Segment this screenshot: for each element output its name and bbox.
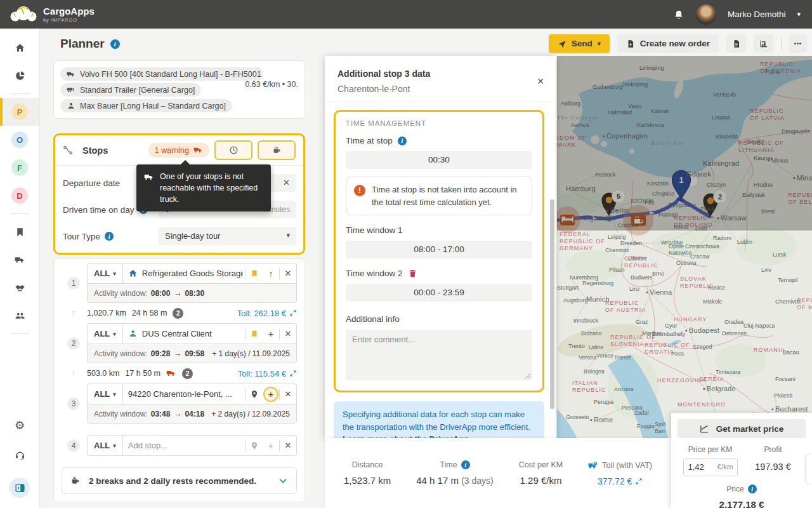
stop-filter-dropdown[interactable]: ALL▾ bbox=[88, 269, 122, 278]
breaks-recommendation[interactable]: 2 breaks and 2 daily rests recommended. bbox=[62, 467, 297, 494]
sidebar-item-support[interactable] bbox=[0, 441, 39, 469]
bookmark-button[interactable] bbox=[246, 269, 263, 278]
svg-text:Munich: Munich bbox=[586, 295, 610, 303]
unreachable-truck-icon bbox=[166, 368, 176, 378]
panel-edge-handle[interactable] bbox=[806, 455, 812, 484]
sidebar-item-drivers[interactable]: D bbox=[0, 182, 39, 210]
add-stop-data-button[interactable]: + bbox=[263, 328, 279, 339]
svg-text:Bolzano: Bolzano bbox=[581, 330, 602, 337]
drag-handle-icon[interactable]: ⁝ bbox=[60, 371, 87, 376]
create-new-order-button[interactable]: Create new order bbox=[617, 34, 719, 53]
warning-chip[interactable]: 1 warning bbox=[148, 143, 209, 157]
add-stop-data-button-active[interactable]: + bbox=[263, 387, 279, 402]
breaks-settings-button[interactable] bbox=[258, 140, 296, 160]
sidebar-item-partners[interactable] bbox=[0, 274, 39, 302]
more-options-button[interactable]: ••• bbox=[789, 34, 807, 53]
breaks-count-badge[interactable]: 2 bbox=[173, 308, 183, 319]
comment-textarea[interactable]: Enter comment... bbox=[346, 330, 532, 380]
new-document-icon bbox=[626, 39, 635, 48]
price-info-icon[interactable]: i bbox=[748, 485, 757, 493]
panel-scrollbar[interactable] bbox=[550, 199, 554, 409]
svg-text:Focsani: Focsani bbox=[775, 376, 796, 382]
export-document-button[interactable] bbox=[726, 34, 746, 53]
workspace-p-badge: P bbox=[11, 104, 28, 120]
add-stop-input[interactable]: Add stop... bbox=[128, 441, 243, 450]
time-info-icon[interactable]: i bbox=[461, 460, 470, 469]
driver-chip[interactable]: Max Bauer [Long Haul – Standard Cargo] bbox=[60, 99, 232, 112]
arrow-right-icon: → bbox=[173, 409, 181, 418]
departure-date-label: Departure date bbox=[63, 178, 120, 188]
workspace-d-badge: D bbox=[11, 187, 28, 204]
bookmark-button[interactable] bbox=[246, 330, 263, 338]
time-at-stop-info-icon[interactable]: i bbox=[398, 137, 407, 145]
svg-text:Graz: Graz bbox=[636, 319, 648, 325]
svg-text:Budweis: Budweis bbox=[631, 274, 653, 281]
remove-stop-button[interactable]: ✕ bbox=[280, 441, 296, 450]
toll-value-link[interactable]: 377.72 € bbox=[588, 476, 652, 486]
clear-date-icon[interactable]: ✕ bbox=[283, 178, 290, 187]
statistics-button[interactable] bbox=[754, 34, 773, 53]
close-panel-icon[interactable]: ✕ bbox=[537, 76, 544, 86]
remove-stop-button[interactable]: ✕ bbox=[280, 269, 296, 278]
add-stop-data-button[interactable]: + bbox=[263, 440, 279, 451]
locate-on-map-button[interactable] bbox=[246, 441, 263, 450]
trailer-chip[interactable]: Standard Trailer [General Cargo] bbox=[60, 83, 201, 97]
svg-text:Szombathely: Szombathely bbox=[652, 331, 686, 337]
stop-filter-dropdown[interactable]: ALL▾ bbox=[88, 441, 122, 450]
cargoapps-logo-icon bbox=[9, 5, 38, 24]
sidebar-item-planner[interactable]: P bbox=[0, 98, 39, 126]
toll-stat: Toll (with VAT) 377.72 € bbox=[588, 460, 652, 486]
stop-filter-dropdown[interactable]: ALL▾ bbox=[88, 329, 122, 338]
time-settings-button[interactable] bbox=[214, 140, 252, 160]
user-avatar[interactable] bbox=[696, 4, 716, 25]
svg-text:Gyor: Gyor bbox=[665, 323, 678, 329]
send-button[interactable]: Send ▾ bbox=[549, 34, 610, 53]
svg-text:Ancona: Ancona bbox=[614, 386, 634, 392]
expand-icon bbox=[289, 370, 297, 377]
locate-on-map-button[interactable] bbox=[246, 390, 263, 399]
stop-filter-dropdown[interactable]: ALL▾ bbox=[88, 389, 122, 399]
move-up-button[interactable]: ↑ bbox=[263, 269, 279, 279]
sidebar-item-home[interactable] bbox=[0, 34, 39, 62]
remove-stop-button[interactable]: ✕ bbox=[280, 389, 296, 399]
collapse-panel-icon bbox=[15, 483, 25, 493]
sidebar-item-settings[interactable]: ⚙ bbox=[0, 411, 39, 439]
price-per-km-input[interactable]: 1,42 €/km bbox=[683, 458, 738, 476]
app-logo[interactable]: CargoApps by IMPARGO bbox=[9, 5, 95, 24]
get-market-price-button[interactable]: Get market price bbox=[678, 419, 806, 438]
tour-type-info-icon[interactable]: i bbox=[105, 232, 114, 241]
tour-type-select[interactable]: Single-day tour ▾ bbox=[159, 227, 296, 245]
expand-chevron-icon[interactable] bbox=[278, 476, 288, 486]
stop-name[interactable]: DUS Central Client bbox=[142, 329, 212, 338]
price-value: 2,177.18 € bbox=[671, 499, 812, 508]
notifications-bell-icon[interactable] bbox=[673, 9, 684, 20]
delete-time-window-icon[interactable] bbox=[408, 269, 417, 278]
svg-text:MONTENEGRO: MONTENEGRO bbox=[678, 401, 726, 408]
toll-link[interactable]: Toll: 262.18 € bbox=[237, 309, 297, 318]
sidebar-item-vehicles[interactable] bbox=[0, 246, 39, 274]
sidebar-collapse-button[interactable] bbox=[0, 474, 39, 502]
sidebar-item-orders[interactable]: O bbox=[0, 126, 39, 154]
time-window-2-input[interactable]: 00:00 - 23:59 bbox=[346, 284, 532, 302]
truck-chip[interactable]: Volvo FH 500 [40t Standard Long Haul] - … bbox=[60, 67, 263, 81]
sidebar-item-bookmarks[interactable] bbox=[0, 218, 39, 246]
stop-name[interactable]: Refrigerated Goods Storage bbox=[142, 269, 243, 278]
time-at-stop-input[interactable]: 00:30 bbox=[346, 151, 532, 169]
svg-text:Miskolc: Miskolc bbox=[703, 298, 723, 305]
profit-label: Profit bbox=[764, 445, 782, 454]
drag-handle-icon[interactable]: ⁝ bbox=[60, 311, 87, 316]
svg-text:Bucharest: Bucharest bbox=[775, 405, 808, 413]
user-menu-chevron-icon[interactable]: ▾ bbox=[797, 10, 801, 18]
time-window-1-input[interactable]: 08:00 - 17:00 bbox=[346, 241, 532, 258]
stop-name[interactable]: 94220 Charenton-le-Pont, ... bbox=[128, 389, 232, 399]
sidebar-item-team[interactable] bbox=[0, 302, 39, 330]
sidebar-item-fleet[interactable]: F bbox=[0, 154, 39, 182]
remove-stop-button[interactable]: ✕ bbox=[280, 329, 296, 338]
clock-icon bbox=[229, 145, 239, 155]
toll-link[interactable]: Toll: 115.54 € bbox=[238, 369, 297, 378]
user-name[interactable]: Marko Demothi bbox=[728, 10, 786, 19]
breaks-count-badge[interactable]: 2 bbox=[182, 368, 193, 379]
planner-info-icon[interactable]: i bbox=[110, 39, 120, 49]
sidebar-item-analytics[interactable] bbox=[0, 62, 39, 90]
users-icon bbox=[15, 311, 25, 321]
